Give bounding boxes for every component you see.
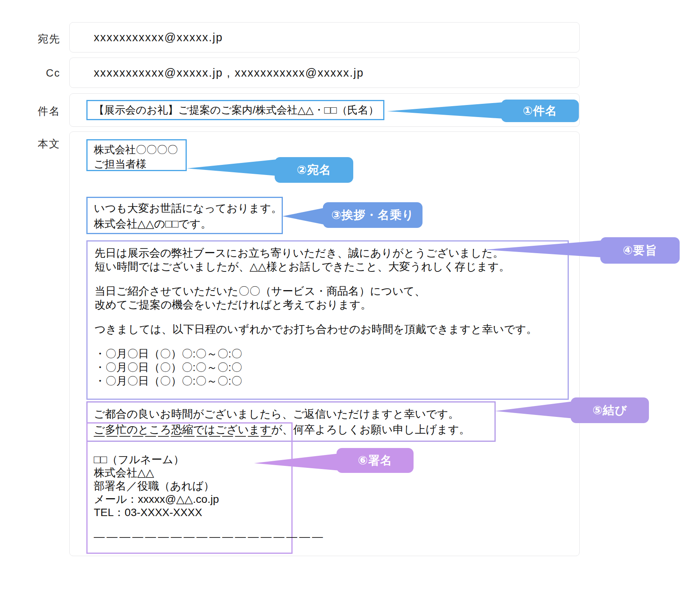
subject-label: 件名 [16, 104, 60, 118]
callout-closing: ⑤結び [571, 397, 649, 423]
callout-subject-label: ①件名 [523, 103, 557, 119]
callout-subject: ①件名 [501, 100, 579, 122]
main-line: 当日ご紹介させていただいた〇〇（サービス・商品名）について、 [95, 284, 561, 298]
main-line: ・〇月〇日（〇）〇:〇～〇:〇 [95, 360, 561, 374]
email-template-diagram: 宛先 Cc 件名 本文 xxxxxxxxxxx@xxxxx.jp xxxxxxx… [0, 0, 689, 616]
main-line [95, 312, 561, 322]
signature-line: メール：xxxxx@△△.co.jp [94, 493, 285, 506]
signature-line [94, 442, 285, 453]
main-highlight-frame: 先日は展示会の弊社ブースにお立ち寄りいただき、誠にありがとうございました。 短い… [86, 240, 569, 400]
cc-field-value: xxxxxxxxxxx@xxxxx.jp , xxxxxxxxxxx@xxxxx… [94, 58, 364, 88]
main-line: 改めてご提案の機会をいただければと考えております。 [95, 298, 561, 312]
main-line [95, 273, 561, 284]
subject-text: 【展示会のお礼】ご提案のご案内/株式会社△△・□□（氏名） [94, 103, 379, 117]
signature-line: TEL：03-XXXX-XXXX [94, 506, 285, 519]
greeting-highlight-frame: いつも大変お世話になっております。 株式会社△△の□□です。 [86, 197, 283, 234]
main-line: 先日は展示会の弊社ブースにお立ち寄りいただき、誠にありがとうございました。 [95, 246, 561, 260]
greeting-line: 株式会社△△の□□です。 [94, 216, 275, 232]
main-line [95, 336, 561, 347]
callout-signature: ⑥署名 [337, 448, 414, 473]
atena-line: ご担当者様 [94, 157, 179, 172]
callout-closing-label: ⑤結び [593, 402, 627, 418]
signature-line: 株式会社△△ [94, 466, 285, 480]
to-field[interactable]: xxxxxxxxxxx@xxxxx.jp [69, 22, 580, 52]
atena-highlight-frame: 株式会社〇〇〇〇 ご担当者様 [86, 139, 187, 171]
signature-line: □□（フルネーム） [94, 453, 285, 466]
main-line: つきましては、以下日程のいずれかでお打ち合わせのお時間を頂戴できますと幸いです。 [95, 322, 561, 336]
signature-line [94, 519, 285, 530]
atena-line: 株式会社〇〇〇〇 [94, 143, 179, 157]
callout-atena: ②宛名 [275, 157, 353, 183]
signature-highlight-frame: —————————————— □□（フルネーム） 株式会社△△ 部署名／役職（あ… [86, 422, 293, 554]
callout-main-label: ④要旨 [623, 243, 657, 259]
main-line: ・〇月〇日（〇）〇:〇～〇:〇 [95, 347, 561, 360]
greeting-line: いつも大変お世話になっております。 [94, 201, 275, 216]
subject-highlight-frame: 【展示会のお礼】ご提案のご案内/株式会社△△・□□（氏名） [86, 100, 384, 120]
callout-greeting: ③挨拶・名乗り [323, 202, 423, 228]
callout-signature-label: ⑥署名 [358, 453, 392, 469]
signature-line: —————————————— [94, 429, 285, 442]
cc-field[interactable]: xxxxxxxxxxx@xxxxx.jp , xxxxxxxxxxx@xxxxx… [69, 58, 580, 88]
callout-main: ④要旨 [600, 237, 680, 264]
callout-greeting-label: ③挨拶・名乗り [331, 207, 414, 223]
callout-atena-label: ②宛名 [297, 162, 331, 178]
cc-label: Cc [16, 67, 60, 79]
body-label: 本文 [16, 137, 60, 151]
to-label: 宛先 [16, 32, 60, 46]
main-line: ・〇月〇日（〇）〇:〇～〇:〇 [95, 374, 561, 388]
closing-line: ご都合の良いお時間がございましたら、ご返信いただけますと幸いです。 [94, 406, 488, 422]
to-field-value: xxxxxxxxxxx@xxxxx.jp [94, 23, 223, 52]
signature-line: 部署名／役職（あれば） [94, 480, 285, 493]
signature-line: —————————————————— [94, 530, 285, 543]
main-line: 短い時間ではございましたが、△△様とお話しできたこと、大変うれしく存じます。 [95, 260, 561, 273]
